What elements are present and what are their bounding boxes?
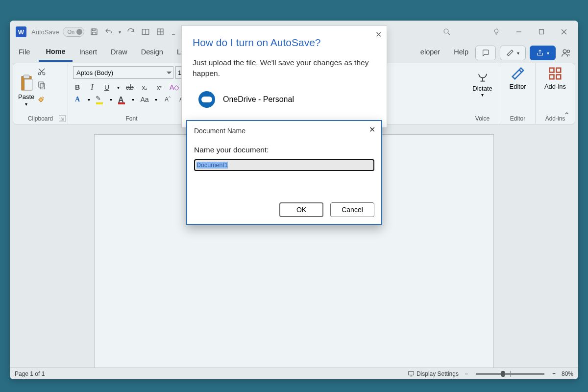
paste-dropdown-icon[interactable]: ▾ xyxy=(25,101,27,107)
zoom-level[interactable]: 80% xyxy=(562,370,573,377)
tab-help[interactable]: Help xyxy=(447,45,475,61)
svg-line-9 xyxy=(448,33,450,35)
lightbulb-icon[interactable] xyxy=(485,21,508,43)
zoom-slider[interactable] xyxy=(476,373,544,375)
tab-design[interactable]: Design xyxy=(134,45,170,61)
text-effects-button[interactable]: A xyxy=(73,96,82,103)
svg-rect-23 xyxy=(40,84,45,89)
highlight-button[interactable] xyxy=(96,96,104,103)
dictate-icon[interactable] xyxy=(476,66,490,83)
svg-rect-17 xyxy=(24,75,29,78)
underline-dropdown-icon[interactable]: ▾ xyxy=(117,85,120,90)
highlight-dropdown-icon[interactable]: ▾ xyxy=(110,97,112,102)
clipboard-launcher-icon[interactable]: ⇲ xyxy=(59,115,66,122)
close-button[interactable] xyxy=(553,21,575,43)
tab-file[interactable]: File xyxy=(16,45,39,61)
strikethrough-button[interactable]: ab xyxy=(125,83,134,91)
superscript-button[interactable]: x xyxy=(155,84,164,91)
subscript-button[interactable]: x xyxy=(140,84,149,91)
display-settings-icon xyxy=(408,370,415,377)
tab-draw[interactable]: Draw xyxy=(104,45,134,61)
dictate-label: Dictate xyxy=(472,85,492,92)
ok-button[interactable]: OK xyxy=(279,202,323,217)
editor-group: Editor Editor xyxy=(500,63,536,124)
qat-customize-icon[interactable]: ⎯ xyxy=(172,29,175,35)
svg-rect-27 xyxy=(550,68,554,73)
svg-rect-2 xyxy=(92,32,96,35)
zoom-in-button[interactable]: + xyxy=(552,370,556,377)
voice-group: Dictate ▾ Voice xyxy=(465,63,500,124)
save-icon[interactable] xyxy=(89,27,99,37)
document-name-input[interactable] xyxy=(194,159,374,171)
editor-label: Editor xyxy=(510,83,526,90)
dictate-dropdown-icon[interactable]: ▾ xyxy=(481,92,484,98)
autosave-toggle[interactable]: On xyxy=(63,27,84,37)
undo-dropdown-icon[interactable]: ▾ xyxy=(119,29,121,35)
svg-rect-18 xyxy=(24,79,32,90)
comments-button[interactable] xyxy=(475,46,496,60)
onedrive-label: OneDrive - Personal xyxy=(223,95,294,104)
addins-icon[interactable] xyxy=(548,66,563,81)
share-button[interactable]: ▾ xyxy=(530,46,556,60)
autosave-toggle-text: On xyxy=(67,29,74,35)
minimize-button[interactable] xyxy=(508,21,530,43)
page-count[interactable]: Page 1 of 1 xyxy=(15,370,45,377)
redo-icon[interactable] xyxy=(126,27,136,37)
autosave-label: AutoSave xyxy=(31,28,59,36)
document-name-dialog: Document Name ✕ Name your document: OK C… xyxy=(186,120,382,225)
bold-button[interactable]: B xyxy=(73,83,82,91)
tab-developer[interactable]: eloper xyxy=(420,45,447,61)
change-case-button[interactable]: Aa xyxy=(140,96,149,103)
display-settings-button[interactable]: Display Settings xyxy=(408,370,459,377)
reading-view-icon[interactable] xyxy=(141,27,150,37)
search-icon[interactable] xyxy=(438,27,456,36)
format-painter-icon[interactable] xyxy=(37,95,46,103)
account-icon[interactable] xyxy=(560,48,572,58)
voice-group-label: Voice xyxy=(465,115,500,122)
svg-rect-29 xyxy=(550,75,554,79)
tab-home[interactable]: Home xyxy=(39,45,72,62)
collapse-ribbon-icon[interactable]: ⌃ xyxy=(564,111,570,120)
onedrive-icon xyxy=(198,91,215,108)
maximize-button[interactable] xyxy=(530,21,553,43)
underline-button[interactable]: U xyxy=(102,83,111,91)
display-settings-label: Display Settings xyxy=(416,370,459,377)
dialog-title: Document Name xyxy=(194,127,374,135)
svg-point-8 xyxy=(444,29,448,33)
text-effects-dropdown-icon[interactable]: ▾ xyxy=(88,97,90,102)
undo-icon[interactable] xyxy=(104,27,114,37)
paste-label: Paste xyxy=(18,93,34,100)
svg-rect-24 xyxy=(39,82,43,87)
table-icon[interactable] xyxy=(155,27,165,37)
clipboard-group: Paste ▾ Clipboard ⇲ xyxy=(13,63,68,124)
grow-font-button[interactable]: Aˆ xyxy=(163,96,172,103)
svg-rect-1 xyxy=(92,29,95,31)
cancel-button[interactable]: Cancel xyxy=(330,202,374,217)
quick-access-toolbar: ▾ ⎯ xyxy=(89,27,175,37)
copy-icon[interactable] xyxy=(37,81,46,90)
autosave-panel-body: Just upload the file. We'll save your ch… xyxy=(193,57,376,79)
font-color-button[interactable] xyxy=(118,96,126,103)
dialog-close-icon[interactable]: ✕ xyxy=(369,125,375,134)
paste-button[interactable]: Paste ▾ xyxy=(18,66,34,113)
cut-icon[interactable] xyxy=(37,67,46,76)
svg-rect-11 xyxy=(539,30,544,34)
editing-mode-button[interactable]: ▾ xyxy=(500,46,526,60)
paste-icon xyxy=(19,74,34,92)
zoom-out-button[interactable]: − xyxy=(465,370,468,377)
change-case-dropdown-icon[interactable]: ▾ xyxy=(155,97,157,102)
zoom-slider-thumb[interactable] xyxy=(501,371,505,377)
clear-formatting-button[interactable]: A◇ xyxy=(170,83,178,91)
italic-button[interactable]: I xyxy=(88,83,97,92)
onedrive-option[interactable]: OneDrive - Personal xyxy=(193,91,376,108)
font-color-dropdown-icon[interactable]: ▾ xyxy=(132,97,134,102)
autosave-help-panel: ✕ How do I turn on AutoSave? Just upload… xyxy=(181,25,387,128)
autosave-panel-title: How do I turn on AutoSave? xyxy=(193,37,376,49)
font-group-label: Font xyxy=(68,115,195,122)
font-name-combobox[interactable] xyxy=(73,66,173,79)
editor-icon[interactable] xyxy=(511,66,525,81)
svg-rect-31 xyxy=(409,371,414,375)
autosave-panel-close-icon[interactable]: ✕ xyxy=(375,30,382,39)
svg-point-14 xyxy=(563,49,566,53)
tab-insert[interactable]: Insert xyxy=(73,45,104,61)
